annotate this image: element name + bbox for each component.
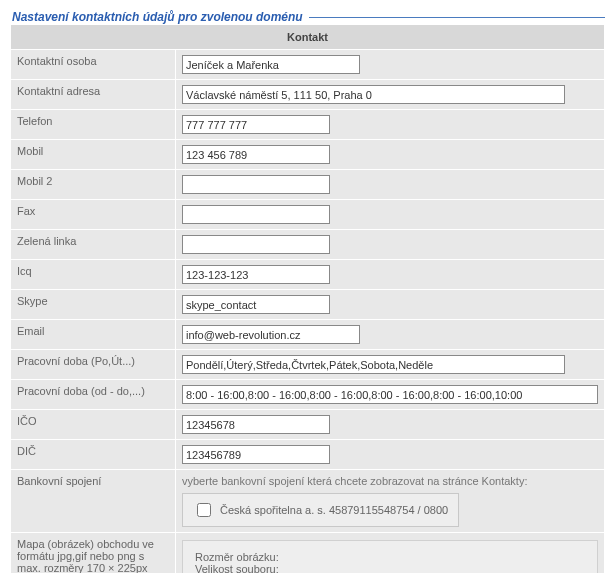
table-row: Icq (11, 260, 604, 289)
label-ico: IČO (11, 410, 175, 439)
label-map: Mapa (obrázek) obchodu ve formátu jpg,gi… (11, 533, 175, 573)
contact-table: Kontakt Kontaktní osoba Kontaktní adresa… (10, 24, 605, 573)
table-row: Fax (11, 200, 604, 229)
label-hours-days: Pracovní doba (Po,Út...) (11, 350, 175, 379)
table-row: Pracovní doba (Po,Út...) (11, 350, 604, 379)
label-dic: DIČ (11, 440, 175, 469)
label-mobile: Mobil (11, 140, 175, 169)
label-fax: Fax (11, 200, 175, 229)
bank-option-box: Česká spořitelna a. s. 45879115548754 / … (182, 493, 459, 527)
table-row: Mobil 2 (11, 170, 604, 199)
label-address: Kontaktní adresa (11, 80, 175, 109)
input-email[interactable] (182, 325, 360, 344)
label-phone: Telefon (11, 110, 175, 139)
table-row: Bankovní spojení vyberte bankovní spojen… (11, 470, 604, 532)
table-row: IČO (11, 410, 604, 439)
table-row: Zelená linka (11, 230, 604, 259)
input-skype[interactable] (182, 295, 330, 314)
bank-hint: vyberte bankovní spojení která chcete zo… (182, 475, 598, 487)
table-row: Telefon (11, 110, 604, 139)
image-upload-box: Rozměr obrázku: Velikost souboru: Obráze… (182, 540, 598, 573)
image-filesize-label: Velikost souboru: (195, 563, 585, 573)
table-row: Skype (11, 290, 604, 319)
image-dim-label: Rozměr obrázku: (195, 551, 585, 563)
input-icq[interactable] (182, 265, 330, 284)
table-row: Email (11, 320, 604, 349)
input-ico[interactable] (182, 415, 330, 434)
input-hours-days[interactable] (182, 355, 565, 374)
input-person[interactable] (182, 55, 360, 74)
label-email: Email (11, 320, 175, 349)
input-phone[interactable] (182, 115, 330, 134)
input-mobile2[interactable] (182, 175, 330, 194)
input-hours-times[interactable] (182, 385, 598, 404)
bank-cell: vyberte bankovní spojení která chcete zo… (176, 470, 604, 532)
input-greenline[interactable] (182, 235, 330, 254)
bank-option-label: Česká spořitelna a. s. 45879115548754 / … (220, 504, 448, 516)
label-hours-times: Pracovní doba (od - do,...) (11, 380, 175, 409)
input-fax[interactable] (182, 205, 330, 224)
table-row: Kontaktní adresa (11, 80, 604, 109)
table-row: Pracovní doba (od - do,...) (11, 380, 604, 409)
bank-checkbox[interactable] (197, 503, 211, 517)
input-dic[interactable] (182, 445, 330, 464)
label-mobile2: Mobil 2 (11, 170, 175, 199)
table-row: Mobil (11, 140, 604, 169)
table-row: Mapa (obrázek) obchodu ve formátu jpg,gi… (11, 533, 604, 573)
contact-settings-fieldset: Nastavení kontaktních údajů pro zvolenou… (10, 10, 605, 573)
table-row: DIČ (11, 440, 604, 469)
input-mobile[interactable] (182, 145, 330, 164)
input-address[interactable] (182, 85, 565, 104)
label-skype: Skype (11, 290, 175, 319)
table-header-row: Kontakt (11, 25, 604, 49)
label-greenline: Zelená linka (11, 230, 175, 259)
label-icq: Icq (11, 260, 175, 289)
label-bank: Bankovní spojení (11, 470, 175, 532)
map-cell: Rozměr obrázku: Velikost souboru: Obráze… (176, 533, 604, 573)
table-header: Kontakt (11, 25, 604, 49)
fieldset-legend: Nastavení kontaktních údajů pro zvolenou… (10, 10, 309, 24)
table-row: Kontaktní osoba (11, 50, 604, 79)
label-person: Kontaktní osoba (11, 50, 175, 79)
